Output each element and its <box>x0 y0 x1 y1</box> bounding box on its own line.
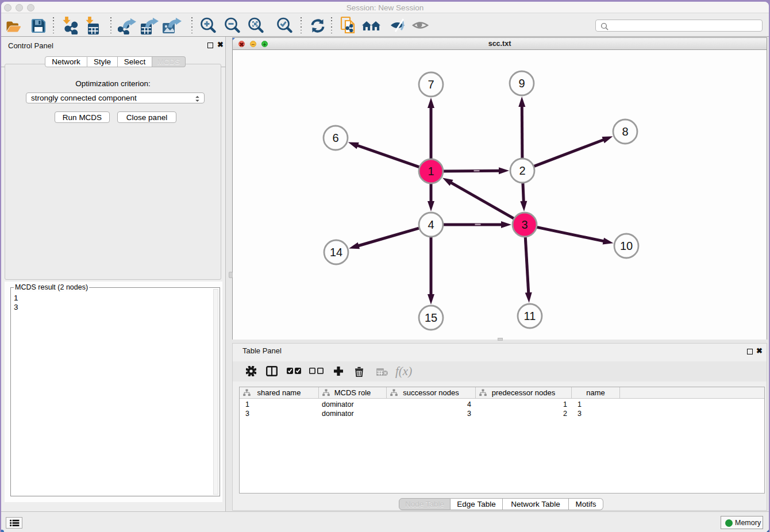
svg-text:11: 11 <box>524 310 536 322</box>
svg-text:7: 7 <box>428 78 434 91</box>
svg-text:10: 10 <box>620 240 633 252</box>
svg-text:9: 9 <box>518 77 525 90</box>
svg-text:1: 1 <box>428 165 434 178</box>
svg-text:3: 3 <box>521 218 528 231</box>
svg-text:8: 8 <box>622 125 628 138</box>
svg-text:6: 6 <box>332 132 338 144</box>
svg-text:2: 2 <box>519 164 525 177</box>
svg-text:4: 4 <box>428 218 434 231</box>
svg-text:15: 15 <box>425 311 437 324</box>
svg-text:14: 14 <box>330 246 342 259</box>
